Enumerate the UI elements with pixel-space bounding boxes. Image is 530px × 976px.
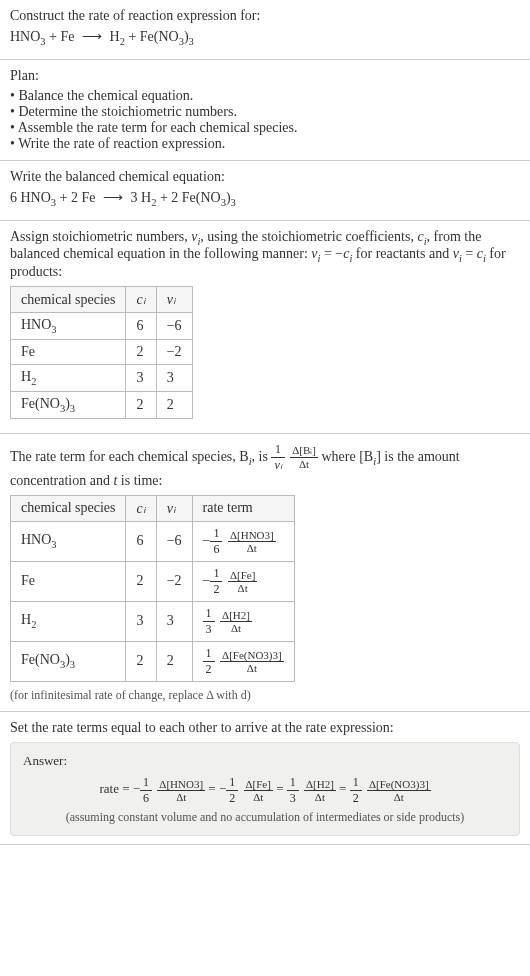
num: Δ[H2] [304,778,336,791]
ci-cell: 2 [126,641,156,681]
neg: − [203,532,211,547]
sp: HNO [21,532,51,547]
section-answer: Set the rate terms equal to each other t… [0,712,530,845]
col-rate-term: rate term [192,495,294,521]
table-row: H2 3 3 [11,364,193,391]
coef-frac: 12 [210,566,222,597]
nui-cell: 3 [156,601,192,641]
one-over-nu: 1νᵢ [271,442,284,473]
species-cell: Fe [11,339,126,364]
den: Δt [244,791,273,803]
num: 1 [287,775,299,791]
ci-cell: 2 [126,391,156,418]
plus: + 2 Fe [56,190,99,205]
plan-list: Balance the chemical equation. Determine… [10,88,520,152]
coef-frac: 12 [203,646,215,677]
den: 3 [287,791,299,806]
delta-frac: Δ[Fe]Δt [228,569,257,594]
nui-label: νᵢ [167,292,176,307]
nui-cell: 2 [156,641,192,681]
neg: − [219,781,226,796]
sub: 3 [231,197,236,208]
species-cell: HNO3 [11,521,126,561]
plus: + 2 Fe(NO [156,190,220,205]
num: Δ[H2] [220,609,252,622]
neg: − [203,572,211,587]
num: Δ[HNO3] [228,529,276,542]
section-prompt: Construct the rate of reaction expressio… [0,0,530,60]
ci-cell: 3 [126,364,156,391]
coef-frac: 16 [210,526,222,557]
arrow-icon: ⟶ [99,190,127,205]
delta-frac: Δ[HNO3]Δt [228,529,276,554]
den: νᵢ [271,458,284,473]
sp: Fe(NO [21,396,60,411]
text: where [B [322,448,374,463]
species-cell: HNO3 [11,313,126,340]
col-ci: cᵢ [126,287,156,313]
sub: 3 [51,539,56,550]
den: Δt [228,582,257,594]
nui-cell: −6 [156,521,192,561]
text: Assign stoichiometric numbers, [10,229,191,244]
plus: + Fe [46,29,78,44]
delta-frac: Δ[H2]Δt [304,778,336,803]
text: is time: [117,473,162,488]
den: Δt [220,622,252,634]
col-species: chemical species [11,495,126,521]
ci-label: cᵢ [136,292,145,307]
table-row: HNO3 6 −6 −16 Δ[HNO3]Δt [11,521,295,561]
sub: 3 [70,403,75,414]
neg: − [133,781,140,796]
rate-expression: rate = −16 Δ[HNO3]Δt = −12 Δ[Fe]Δt = 13 … [23,775,507,806]
text: The rate term for each chemical species,… [10,448,249,463]
rate-term-cell: 12 Δ[Fe(NO3)3]Δt [192,641,294,681]
ci-cell: 6 [126,313,156,340]
num: 1 [226,775,238,791]
infinitesimal-note: (for infinitesimal rate of change, repla… [10,688,520,703]
stoich-table: chemical species cᵢ νᵢ HNO3 6 −6 Fe 2 −2… [10,286,193,418]
section-rate-terms: The rate term for each chemical species,… [0,434,530,712]
num: 1 [350,775,362,791]
answer-note: (assuming constant volume and no accumul… [23,810,507,825]
coef-frac: 12 [226,775,238,806]
balanced-equation: 6 HNO3 + 2 Fe ⟶ 3 H2 + 2 Fe(NO3)3 [10,189,520,208]
delta-frac: Δ[HNO3]Δt [157,778,205,803]
eq: = [208,781,219,796]
col-species: chemical species [11,287,126,313]
nui-cell: −2 [156,339,192,364]
delta-frac: Δ[H2]Δt [220,609,252,634]
delta-frac: Δ[Fe]Δt [244,778,273,803]
col-nui: νᵢ [156,287,192,313]
sp: H [21,612,31,627]
rate-term-text: The rate term for each chemical species,… [10,442,520,489]
num: 1 [203,646,215,662]
nui-cell: −2 [156,561,192,601]
coef-species: 3 H [127,190,151,205]
unbalanced-equation: HNO3 + Fe ⟶ H2 + Fe(NO3)3 [10,28,520,47]
answer-box: Answer: rate = −16 Δ[HNO3]Δt = −12 Δ[Fe]… [10,742,520,836]
species-cell: Fe(NO3)3 [11,391,126,418]
plan-item: Assemble the rate term for each chemical… [10,120,520,136]
text: , using the stoichiometric coefficients, [200,229,417,244]
den: Δt [290,458,318,470]
sub: 2 [31,619,36,630]
species-cell: Fe [11,561,126,601]
sp: H [21,369,31,384]
ci-cell: 6 [126,521,156,561]
plan-item: Balance the chemical equation. [10,88,520,104]
rate-term-table: chemical species cᵢ νᵢ rate term HNO3 6 … [10,495,295,682]
table-row: Fe 2 −2 −12 Δ[Fe]Δt [11,561,295,601]
section-stoich: Assign stoichiometric numbers, νi, using… [0,221,530,434]
nui-cell: 3 [156,364,192,391]
den: Δt [367,791,431,803]
den: 2 [350,791,362,806]
text: for reactants and [352,246,452,261]
col-ci: cᵢ [126,495,156,521]
eq: = [276,781,287,796]
plan-item: Determine the stoichiometric numbers. [10,104,520,120]
num: Δ[Bᵢ] [290,444,318,458]
coef-frac: 12 [350,775,362,806]
num: Δ[Fe(NO3)3] [220,649,284,662]
eq: = [339,781,350,796]
